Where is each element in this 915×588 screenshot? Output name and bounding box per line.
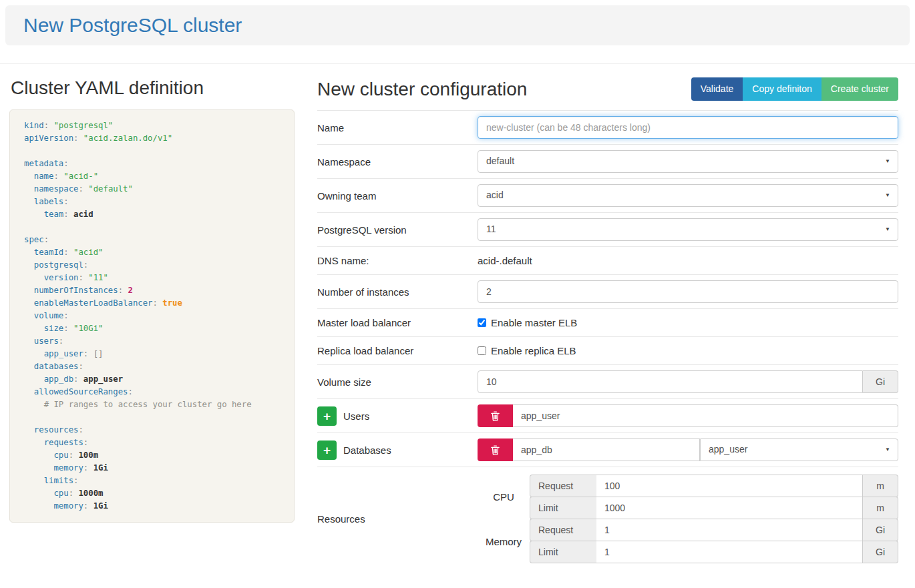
memory-request-addon: Request (530, 519, 596, 541)
form-row-namespace: Namespace default ▼ (317, 144, 898, 178)
trash-icon (490, 410, 500, 422)
form-row-dns-name: DNS name: acid-.default (317, 246, 898, 274)
header-divider (0, 63, 915, 64)
dns-name-label: DNS name: (317, 255, 478, 266)
cpu-request-unit-addon: m (863, 475, 898, 497)
chevron-down-icon: ▼ (885, 192, 890, 198)
form-row-volume-size: Volume size Gi (317, 364, 898, 398)
database-owner-selected-value: app_user (709, 444, 747, 455)
cpu-limit-input[interactable] (596, 497, 863, 519)
volume-size-label: Volume size (317, 376, 478, 388)
page-title: New PostgreSQL cluster (23, 14, 892, 37)
instances-label: Number of instances (317, 286, 478, 298)
dns-name-value: acid-.default (478, 255, 532, 266)
namespace-selected-value: default (486, 156, 514, 166)
database-owner-select[interactable]: app_user ▼ (700, 438, 898, 461)
replica-lb-label: Replica load balancer (317, 345, 478, 356)
form-row-name: Name (317, 110, 898, 144)
memory-limit-input[interactable] (596, 541, 863, 563)
namespace-label: Namespace (317, 156, 478, 168)
database-list-item: app_user ▼ (478, 438, 898, 461)
enable-master-elb-text: Enable master ELB (491, 317, 577, 328)
page-header: New PostgreSQL cluster (5, 5, 910, 45)
form-row-resources: Resources CPU Request m Limit (317, 467, 898, 571)
memory-limit-addon: Limit (530, 541, 596, 563)
databases-label: Databases (343, 445, 391, 456)
form-row-instances: Number of instances (317, 274, 898, 308)
enable-replica-elb-text: Enable replica ELB (491, 345, 576, 356)
postgresql-version-selected-value: 11 (486, 224, 496, 234)
user-name-input[interactable] (513, 404, 898, 427)
form-row-master-lb: Master load balancer Enable master ELB (317, 308, 898, 336)
remove-database-button[interactable] (478, 438, 513, 461)
postgresql-version-select[interactable]: 11 ▼ (478, 218, 898, 241)
user-list-item (478, 404, 898, 427)
cpu-group-label: CPU (478, 475, 530, 519)
form-row-replica-lb: Replica load balancer Enable replica ELB (317, 336, 898, 364)
instances-input[interactable] (478, 280, 898, 303)
validate-button[interactable]: Validate (691, 77, 743, 101)
add-database-button[interactable]: + (317, 440, 337, 460)
owning-team-selected-value: acid (486, 190, 504, 200)
form-row-postgresql-version: PostgreSQL version 11 ▼ (317, 212, 898, 246)
cpu-limit-unit-addon: m (863, 497, 898, 519)
cluster-name-input[interactable] (478, 116, 898, 139)
yaml-heading: Cluster YAML definition (11, 77, 295, 99)
copy-definition-button[interactable]: Copy definiton (743, 77, 821, 101)
owning-team-select[interactable]: acid ▼ (478, 184, 898, 207)
form-row-owning-team: Owning team acid ▼ (317, 178, 898, 212)
volume-unit-addon: Gi (863, 370, 898, 393)
form-row-users: + Users (317, 398, 898, 432)
chevron-down-icon: ▼ (885, 226, 890, 232)
chevron-down-icon: ▼ (885, 158, 890, 164)
add-user-button[interactable]: + (317, 406, 337, 426)
config-column: New cluster configuration Validate Copy … (317, 76, 898, 571)
owning-team-label: Owning team (317, 190, 478, 202)
volume-size-input[interactable] (478, 370, 863, 393)
create-cluster-button[interactable]: Create cluster (821, 77, 898, 101)
chevron-down-icon: ▼ (885, 447, 890, 453)
database-name-input[interactable] (513, 438, 700, 461)
cluster-yaml-definition: kind: "postgresql"apiVersion: "acid.zala… (9, 109, 295, 523)
cpu-request-addon: Request (530, 475, 596, 497)
trash-icon (490, 445, 500, 456)
cpu-request-input[interactable] (596, 475, 863, 497)
memory-resource-group: Memory Request Gi Limit Gi (478, 519, 898, 563)
enable-master-elb-checkbox[interactable] (478, 318, 486, 327)
name-label: Name (317, 122, 478, 133)
enable-replica-elb-option[interactable]: Enable replica ELB (478, 345, 576, 356)
yaml-column: Cluster YAML definition kind: "postgresq… (9, 76, 295, 571)
enable-replica-elb-checkbox[interactable] (478, 346, 486, 355)
plus-icon: + (323, 444, 331, 457)
form-row-databases: + Databases (317, 432, 898, 467)
master-lb-label: Master load balancer (317, 317, 478, 328)
memory-request-unit-addon: Gi (863, 519, 898, 541)
config-heading: New cluster configuration (317, 79, 527, 100)
users-label: Users (343, 410, 369, 422)
memory-group-label: Memory (478, 519, 530, 563)
plus-icon: + (323, 410, 331, 422)
memory-limit-unit-addon: Gi (863, 541, 898, 563)
postgresql-version-label: PostgreSQL version (317, 224, 478, 236)
enable-master-elb-option[interactable]: Enable master ELB (478, 317, 577, 328)
toolbar: Validate Copy definiton Create cluster (691, 77, 898, 101)
resources-label: Resources (317, 475, 478, 563)
memory-request-input[interactable] (596, 519, 863, 541)
cpu-limit-addon: Limit (530, 497, 596, 519)
remove-user-button[interactable] (478, 404, 513, 427)
cluster-config-form: Name Namespace default ▼ Owning team (317, 110, 898, 571)
cpu-resource-group: CPU Request m Limit m (478, 475, 898, 519)
namespace-select[interactable]: default ▼ (478, 150, 898, 173)
